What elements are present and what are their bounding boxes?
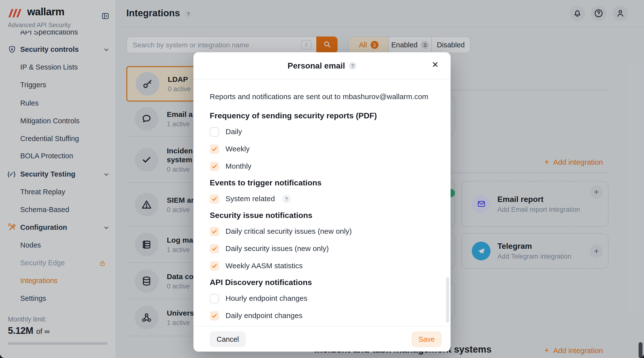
personal-email-modal: Personal email ? ✕ Reports and notificat… — [194, 52, 450, 352]
option-weekly-aasm[interactable]: Weekly AASM statistics — [210, 261, 434, 271]
page-scrollbar-thumb[interactable] — [638, 342, 642, 358]
modal-body: Reports and notifications are sent out t… — [194, 80, 450, 326]
option-monthly[interactable]: Monthly — [210, 161, 434, 171]
option-daily-endpoint[interactable]: Daily endpoint changes — [210, 311, 434, 321]
checkbox[interactable] — [210, 127, 219, 136]
option-daily[interactable]: Daily — [210, 127, 434, 137]
checkbox[interactable] — [210, 311, 219, 320]
checkbox[interactable] — [210, 144, 219, 154]
save-button[interactable]: Save — [412, 331, 442, 347]
modal-header: Personal email ? ✕ — [194, 52, 450, 79]
checkbox[interactable] — [210, 261, 219, 271]
checkbox[interactable] — [210, 161, 219, 171]
cancel-button[interactable]: Cancel — [210, 331, 246, 347]
close-icon[interactable]: ✕ — [432, 60, 439, 70]
modal-intro-text: Reports and notifications are sent out t… — [210, 92, 434, 102]
modal-scrollbar-thumb[interactable] — [446, 277, 449, 323]
option-daily-issues[interactable]: Daily security issues (new only) — [210, 244, 434, 254]
section-heading-events: Events to trigger notifications — [210, 178, 434, 188]
section-heading-api-discovery: API Discovery notifications — [210, 277, 434, 288]
checkbox[interactable] — [210, 194, 219, 203]
app-window: API Specifications Security controls IP … — [0, 0, 644, 358]
modal-footer: Cancel Save — [194, 326, 450, 352]
option-weekly[interactable]: Weekly — [210, 144, 434, 154]
checkbox[interactable] — [210, 244, 219, 253]
option-system-related[interactable]: System related ? — [210, 194, 434, 204]
option-hourly-endpoint[interactable]: Hourly endpoint changes — [210, 293, 434, 303]
section-heading-frequency: Frequency of sending security reports (P… — [210, 110, 434, 121]
option-daily-critical-issues[interactable]: Daily critical security issues (new only… — [210, 226, 434, 236]
modal-help-icon[interactable]: ? — [349, 62, 356, 69]
modal-title: Personal email — [288, 61, 345, 70]
section-heading-security-issues: Security issue notifications — [210, 210, 434, 221]
option-help-icon[interactable]: ? — [282, 195, 291, 203]
checkbox[interactable] — [210, 294, 219, 303]
checkbox[interactable] — [210, 227, 219, 236]
